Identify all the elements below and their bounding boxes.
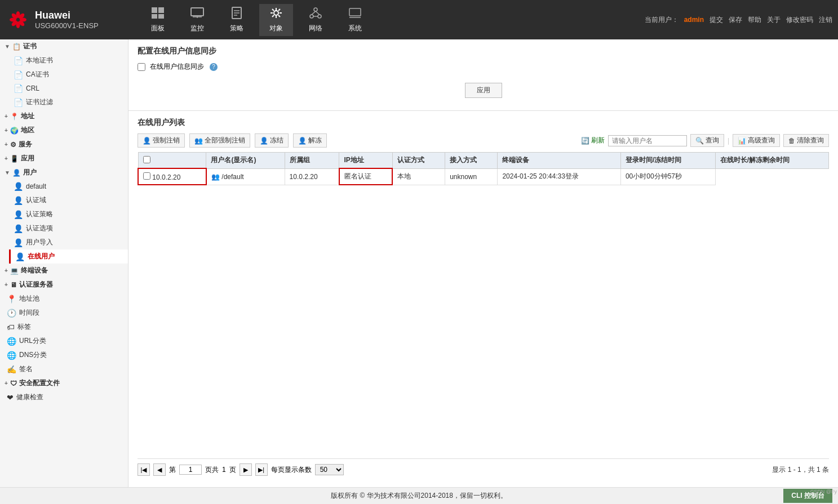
sidebar-item-auth-domain[interactable]: 👤 认证域 [9, 193, 128, 207]
sidebar-ca-cert-label: CA证书 [26, 70, 49, 79]
sidebar-item-default[interactable]: 👤 default [9, 180, 128, 193]
sidebar-security-label: 安全配置文件 [19, 378, 60, 388]
row-checkbox[interactable] [143, 172, 150, 180]
time-segment-icon: 🕐 [7, 309, 16, 318]
svg-line-22 [272, 9, 274, 11]
auth-server-expand-icon: + [5, 282, 8, 288]
sidebar-security-config-header[interactable]: + 🛡 安全配置文件 [0, 376, 128, 390]
change-password-action[interactable]: 修改密码 [786, 15, 813, 25]
sidebar-region-header[interactable]: + 🌍 地区 [0, 123, 128, 137]
logo-area: Huawei USG6000V1-ENSP [6, 7, 130, 32]
first-page-btn[interactable]: |◀ [138, 463, 150, 476]
unfreeze-btn[interactable]: 👤 解冻 [293, 133, 327, 148]
sidebar-service-label: 服务 [19, 140, 32, 149]
sidebar-app-header[interactable]: + 📱 应用 [0, 151, 128, 166]
sidebar-terminal-header[interactable]: + 💻 终端设备 [0, 264, 128, 278]
sidebar-time-segment-label: 时间段 [19, 308, 39, 318]
sign-icon: ✍ [7, 365, 16, 374]
sidebar-service-header[interactable]: + ⚙ 服务 [0, 137, 128, 151]
apply-button[interactable]: 应用 [465, 83, 502, 98]
refresh-btn[interactable]: 🔄 刷新 [581, 136, 605, 145]
help-action[interactable]: 帮助 [748, 15, 761, 25]
sidebar-item-health-check[interactable]: ❤ 健康检查 [0, 390, 128, 404]
nav-monitor-label: 监控 [190, 24, 204, 33]
sidebar-item-online-user[interactable]: 👤 在线用户 [9, 249, 128, 264]
nav-monitor[interactable]: 监控 [180, 4, 214, 36]
sidebar-item-time-segment[interactable]: 🕐 时间段 [0, 306, 128, 320]
sidebar-item-auth-options[interactable]: 👤 认证选项 [9, 221, 128, 235]
sidebar-item-dns-class[interactable]: 🌐 DNS分类 [0, 348, 128, 362]
sidebar-user-label: 用户 [23, 168, 37, 177]
adv-query-btn[interactable]: 📊 高级查询 [733, 134, 780, 147]
topbar: Huawei USG6000V1-ENSP 面板 监控 策略 [0, 0, 838, 39]
nav-network[interactable]: 网络 [299, 4, 332, 36]
force-logout-all-btn[interactable]: 👥 全部强制注销 [189, 133, 250, 148]
user-import-icon: 👤 [14, 238, 23, 247]
sidebar-item-ca-cert[interactable]: 📄 CA证书 [9, 68, 128, 82]
sync-title: 配置在线用户信息同步 [138, 46, 829, 56]
sidebar-region-label: 地区 [21, 126, 34, 135]
nav-policy[interactable]: 策略 [220, 4, 254, 36]
sidebar-item-address-pool[interactable]: 📍 地址池 [0, 292, 128, 306]
sidebar-item-sign[interactable]: ✍ 签名 [0, 362, 128, 376]
submit-action[interactable]: 提交 [710, 15, 723, 25]
nav-policy-label: 策略 [230, 24, 243, 33]
address-pool-icon: 📍 [7, 295, 16, 304]
terminal-expand-icon: + [5, 267, 8, 274]
logo-text: Huawei USG6000V1-ENSP [35, 10, 99, 30]
row-duration-cell: 00小时00分钟57秒 [620, 168, 715, 185]
sync-checkbox[interactable] [138, 63, 145, 71]
region-icon: 🌍 [10, 127, 19, 135]
security-expand-icon: + [5, 380, 8, 386]
sidebar-user-header[interactable]: ▼ 👤 用户 [0, 166, 128, 180]
freeze-btn[interactable]: 👤 冻结 [255, 133, 289, 148]
sidebar-cert-label: 证书 [23, 42, 37, 51]
online-section: 在线用户列表 👤 强制注销 👥 全部强制注销 👤 冻结 👤 解冻 [128, 111, 838, 487]
unfreeze-label: 解冻 [308, 136, 322, 145]
search-input[interactable] [608, 135, 687, 146]
sidebar-item-cert-filter[interactable]: 📄 证书过滤 [9, 95, 128, 109]
sidebar-item-auth-policy[interactable]: 👤 认证策略 [9, 207, 128, 221]
page-number-input[interactable] [179, 465, 202, 475]
refresh-label: 刷新 [591, 136, 605, 145]
sidebar-item-local-cert[interactable]: 📄 本地证书 [9, 53, 128, 68]
sidebar-item-tag[interactable]: 🏷 标签 [0, 320, 128, 334]
service-icon: ⚙ [10, 141, 16, 149]
table-header-row: 用户名(显示名) 所属组 IP地址 认证方式 接入方式 终端设备 登录时间/冻结… [138, 153, 829, 169]
unfreeze-icon: 👤 [298, 137, 307, 145]
clear-query-btn[interactable]: 🗑 清除查询 [783, 134, 829, 147]
nav-panel[interactable]: 面板 [141, 4, 175, 36]
row-checkbox-cell: 10.0.2.20 [138, 168, 206, 185]
sidebar-address-header[interactable]: + 📍 地址 [0, 109, 128, 123]
next-page-btn[interactable]: ▶ [240, 463, 252, 476]
per-page-select[interactable]: 10 20 50 100 [315, 464, 344, 475]
freeze-label: 冻结 [270, 136, 283, 145]
sidebar-cert-header[interactable]: ▼ 📋 证书 [0, 39, 128, 53]
query-btn[interactable]: 🔍 查询 [690, 134, 724, 147]
online-user-icon: 👤 [15, 252, 25, 261]
sidebar-item-url-class[interactable]: 🌐 URL分类 [0, 334, 128, 348]
save-action[interactable]: 保存 [729, 15, 742, 25]
sidebar-auth-server-header[interactable]: + 🖥 认证服务器 [0, 278, 128, 292]
sync-help-icon[interactable]: ? [210, 63, 218, 71]
logout-action[interactable]: 注销 [819, 15, 832, 25]
crl-icon: 📄 [14, 84, 23, 93]
nav-object[interactable]: 对象 [259, 4, 293, 36]
nav-system[interactable]: 系统 [338, 4, 372, 36]
about-action[interactable]: 关于 [767, 15, 781, 25]
sidebar-item-crl[interactable]: 📄 CRL [9, 82, 128, 95]
sidebar-item-user-import[interactable]: 👤 用户导入 [9, 235, 128, 249]
row-access-method: 本地 [397, 172, 411, 180]
sidebar-local-cert-label: 本地证书 [26, 56, 53, 65]
sidebar-sign-label: 签名 [19, 364, 33, 374]
auth-options-icon: 👤 [14, 224, 23, 233]
clear-icon: 🗑 [788, 137, 795, 145]
row-username-display: 10.0.2.20 [152, 173, 180, 181]
page-count-info: 显示 1 - 1，共 1 条 [772, 465, 829, 475]
network-icon [309, 7, 322, 23]
online-users-table: 用户名(显示名) 所属组 IP地址 认证方式 接入方式 终端设备 登录时间/冻结… [138, 152, 829, 185]
select-all-checkbox[interactable] [143, 156, 150, 163]
force-logout-btn[interactable]: 👤 强制注销 [138, 133, 185, 148]
prev-page-btn[interactable]: ◀ [153, 463, 166, 476]
last-page-btn[interactable]: ▶| [255, 463, 268, 476]
